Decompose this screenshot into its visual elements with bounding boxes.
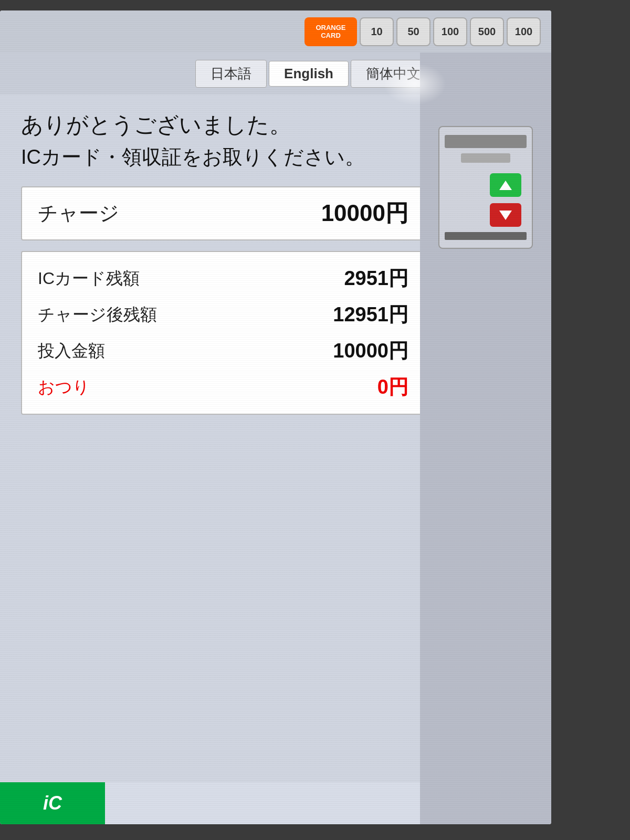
machine-red-button[interactable] <box>490 203 521 227</box>
lang-english[interactable]: English <box>269 61 349 87</box>
inserted-amount-value: 10000円 <box>333 338 408 364</box>
arrow-up-icon <box>499 181 512 190</box>
coin-10[interactable]: 10 <box>360 17 394 46</box>
main-content: ありがとうございました。 ICカード・領収証をお取りください。 チャージ 100… <box>0 94 446 782</box>
orange-card-button[interactable]: ORANGE CARD <box>304 17 357 46</box>
coin-1000[interactable]: 100 <box>507 17 541 46</box>
after-charge-value: 12951円 <box>333 301 408 328</box>
machine-green-button[interactable] <box>490 173 521 197</box>
top-bar: ORANGE CARD 10 50 100 500 100 <box>0 10 551 52</box>
after-charge-row: チャージ後残額 12951円 <box>38 301 408 328</box>
details-box: ICカード残額 2951円 チャージ後残額 12951円 投入金額 10000円… <box>21 251 425 415</box>
machine-slot-top <box>445 135 527 148</box>
coin-50[interactable]: 50 <box>396 17 430 46</box>
change-row: おつり 0円 <box>38 374 408 401</box>
ic-balance-label: ICカード残額 <box>38 267 140 290</box>
change-value: 0円 <box>377 374 408 401</box>
charge-amount: 10000円 <box>321 198 408 229</box>
ic-balance-row: ICカード残額 2951円 <box>38 265 408 292</box>
charge-label: チャージ <box>38 200 119 227</box>
lang-japanese[interactable]: 日本語 <box>195 60 267 88</box>
arrow-down-icon <box>499 211 512 220</box>
ic-logo-bar: iC <box>0 782 105 824</box>
coin-500[interactable]: 500 <box>470 17 504 46</box>
inserted-amount-row: 投入金額 10000円 <box>38 338 408 364</box>
machine-slot-mid <box>461 153 510 163</box>
charge-box: チャージ 10000円 <box>21 186 425 240</box>
thank-you-message: ありがとうございました。 <box>21 110 425 140</box>
machine-diagram <box>438 126 533 249</box>
card-slot <box>445 232 527 240</box>
machine-illustration-area <box>420 52 551 824</box>
instruction-message: ICカード・領収証をお取りください。 <box>21 144 425 171</box>
coin-100[interactable]: 100 <box>433 17 467 46</box>
language-bar: 日本語 English 簡体中文 <box>0 52 446 94</box>
after-charge-label: チャージ後残額 <box>38 303 157 327</box>
change-label: おつり <box>38 376 90 399</box>
inserted-amount-label: 投入金額 <box>38 340 105 363</box>
ic-balance-value: 2951円 <box>344 265 408 292</box>
ic-logo: iC <box>43 792 62 814</box>
